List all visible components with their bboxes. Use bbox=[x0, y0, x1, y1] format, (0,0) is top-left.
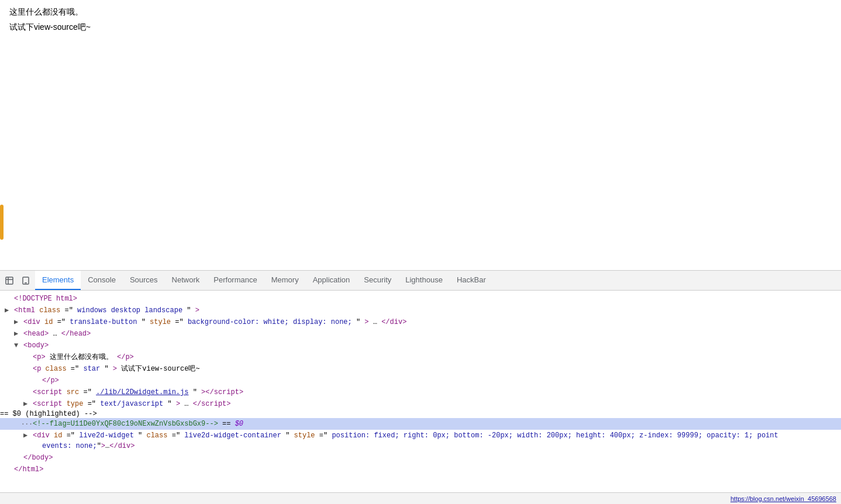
page-content: 这里什么都没有哦。 试试下view-source吧~ bbox=[0, 0, 841, 251]
scroll-indicator bbox=[0, 205, 4, 240]
page-line2: 试试下view-source吧~ bbox=[9, 22, 832, 33]
page-line1: 这里什么都没有哦。 bbox=[9, 7, 832, 18]
